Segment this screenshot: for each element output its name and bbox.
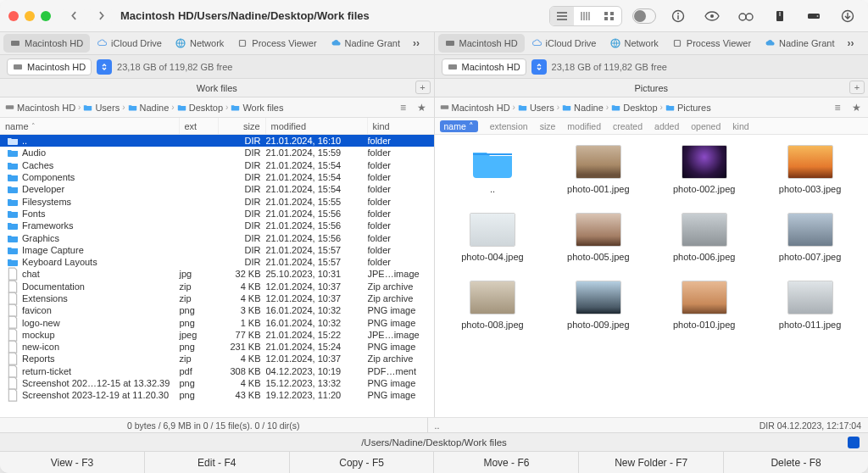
list-row[interactable]: GraphicsDIR21.01.2024, 15:56folder bbox=[0, 231, 434, 243]
shortcut-item[interactable]: Macintosh HD bbox=[3, 34, 90, 53]
list-row[interactable]: mockupjpeg77 KB21.01.2024, 15:22JPE…imag… bbox=[0, 329, 434, 341]
grid-header-item[interactable]: modified bbox=[567, 121, 601, 131]
command-button[interactable]: Delete - F8 bbox=[723, 452, 868, 473]
grid-item-up[interactable]: .. bbox=[443, 145, 542, 194]
breadcrumb-item[interactable]: Pictures bbox=[665, 103, 711, 113]
add-tab-left[interactable]: + bbox=[415, 81, 431, 94]
drive-selector-left[interactable]: Macintosh HD bbox=[7, 58, 92, 75]
list-row[interactable]: faviconpng3 KB16.01.2024, 10:32PNG image bbox=[0, 304, 434, 316]
add-tab-right[interactable]: + bbox=[849, 81, 865, 94]
command-button[interactable]: View - F3 bbox=[0, 452, 144, 473]
path-bar[interactable]: /Users/Nadine/Desktop/Work files bbox=[0, 432, 868, 451]
col-header-size[interactable]: size bbox=[219, 118, 266, 134]
shortcuts-more[interactable]: ›› bbox=[407, 37, 426, 49]
breadcrumb-item[interactable]: Macintosh HD bbox=[5, 103, 75, 113]
list-row[interactable]: FilesystemsDIR21.01.2024, 15:55folder bbox=[0, 195, 434, 207]
view-columns-button[interactable] bbox=[574, 7, 598, 25]
nav-forward-button[interactable] bbox=[90, 6, 112, 26]
quicklook-button[interactable] bbox=[700, 7, 724, 25]
shortcuts-more[interactable]: ›› bbox=[842, 37, 860, 49]
shortcut-item[interactable]: Process Viewer bbox=[231, 34, 323, 53]
drive-selector-right[interactable]: Macintosh HD bbox=[442, 58, 526, 75]
search-button[interactable] bbox=[734, 7, 758, 25]
toggle-switch[interactable] bbox=[632, 7, 656, 25]
grid-header-item[interactable]: name ˄ bbox=[440, 120, 478, 132]
grid-item[interactable]: photo-010.jpeg bbox=[654, 281, 754, 330]
grid-item[interactable]: photo-007.jpeg bbox=[760, 213, 860, 262]
list-row[interactable]: AudioDIR21.01.2024, 15:59folder bbox=[0, 147, 434, 159]
grid-item[interactable]: photo-009.jpeg bbox=[548, 281, 648, 330]
col-header-modified[interactable]: modified bbox=[266, 118, 368, 134]
favorite-button[interactable]: ★ bbox=[849, 101, 863, 114]
shortcut-item[interactable]: Nadine Grant bbox=[324, 34, 407, 53]
col-header-ext[interactable]: ext bbox=[180, 118, 219, 134]
command-button[interactable]: Copy - F5 bbox=[289, 452, 434, 473]
list-row[interactable]: return-ticketpdf308 KB04.12.2023, 10:19P… bbox=[0, 365, 434, 377]
history-button[interactable]: ≡ bbox=[397, 101, 410, 114]
grid-item[interactable]: photo-005.jpeg bbox=[548, 213, 648, 262]
grid-item[interactable]: photo-004.jpeg bbox=[443, 213, 542, 262]
grid-item[interactable]: photo-011.jpeg bbox=[760, 281, 860, 330]
view-grid-button[interactable] bbox=[598, 7, 621, 25]
breadcrumb-item[interactable]: Macintosh HD bbox=[440, 103, 510, 113]
info-button[interactable] bbox=[666, 7, 690, 25]
list-body[interactable]: ..DIR21.01.2024, 16:10folderAudioDIR21.0… bbox=[0, 135, 434, 417]
grid-header-item[interactable]: size bbox=[540, 121, 556, 131]
breadcrumb-item[interactable]: Users bbox=[518, 103, 554, 113]
download-button[interactable] bbox=[836, 7, 860, 25]
nav-back-button[interactable] bbox=[63, 6, 85, 26]
breadcrumb-item[interactable]: Desktop bbox=[611, 103, 657, 113]
grid-header-item[interactable]: added bbox=[654, 121, 679, 131]
command-button[interactable]: New Folder - F7 bbox=[578, 452, 723, 473]
list-row[interactable]: Keyboard LayoutsDIR21.01.2024, 15:57fold… bbox=[0, 256, 434, 268]
list-row[interactable]: chatjpg32 KB25.10.2023, 10:31JPE…image bbox=[0, 268, 434, 280]
drive-menu-button-left[interactable] bbox=[97, 59, 112, 75]
minimize-button[interactable] bbox=[25, 11, 35, 21]
grid-item[interactable]: photo-003.jpeg bbox=[760, 145, 860, 194]
shortcut-item[interactable]: Network bbox=[169, 34, 231, 53]
grid-item[interactable]: photo-001.jpeg bbox=[548, 145, 648, 194]
grid-item[interactable]: photo-002.jpeg bbox=[654, 145, 754, 194]
list-row[interactable]: Reportszip4 KB12.01.2024, 10:37Zip archi… bbox=[0, 353, 434, 364]
favorite-button[interactable]: ★ bbox=[415, 101, 429, 114]
list-row[interactable]: new-iconpng231 KB21.01.2024, 15:24PNG im… bbox=[0, 341, 434, 353]
shortcut-item[interactable]: iCloud Drive bbox=[90, 34, 169, 53]
list-row[interactable]: CachesDIR21.01.2024, 15:54folder bbox=[0, 159, 434, 171]
list-row[interactable]: DeveloperDIR21.01.2024, 15:54folder bbox=[0, 183, 434, 195]
drive-menu-button-right[interactable] bbox=[531, 59, 547, 75]
grid-item[interactable]: photo-006.jpeg bbox=[654, 213, 754, 262]
breadcrumb-item[interactable]: Desktop bbox=[177, 103, 223, 113]
breadcrumb-item[interactable]: Work files bbox=[231, 103, 283, 113]
list-row[interactable]: FrameworksDIR21.01.2024, 15:56folder bbox=[0, 220, 434, 231]
shortcut-item[interactable]: Nadine Grant bbox=[758, 34, 841, 53]
list-row[interactable]: ..DIR21.01.2024, 16:10folder bbox=[0, 135, 434, 147]
tab-right[interactable]: Pictures + bbox=[434, 79, 869, 97]
shortcut-item[interactable]: Macintosh HD bbox=[438, 34, 525, 53]
col-header-name[interactable]: name˄ bbox=[0, 118, 180, 134]
breadcrumb-item[interactable]: Users bbox=[83, 103, 120, 113]
grid-header-item[interactable]: kind bbox=[732, 121, 748, 131]
history-button[interactable]: ≡ bbox=[831, 101, 844, 114]
list-row[interactable]: FontsDIR21.01.2024, 15:56folder bbox=[0, 208, 434, 220]
breadcrumb-item[interactable]: Nadine bbox=[562, 103, 604, 113]
shortcut-item[interactable]: Process Viewer bbox=[665, 34, 758, 53]
list-row[interactable]: Screenshot 202…12-15 at 13.32.39png4 KB1… bbox=[0, 377, 434, 389]
maximize-button[interactable] bbox=[41, 11, 51, 21]
shortcut-item[interactable]: Network bbox=[604, 34, 665, 53]
grid-item[interactable]: photo-008.jpeg bbox=[443, 281, 542, 330]
list-row[interactable]: Documentationzip4 KB12.01.2024, 10:37Zip… bbox=[0, 281, 434, 292]
grid-header-item[interactable]: created bbox=[613, 121, 643, 131]
list-row[interactable]: Image CaptureDIR21.01.2024, 15:57folder bbox=[0, 244, 434, 256]
disk-button[interactable] bbox=[802, 7, 826, 25]
breadcrumb-item[interactable]: Nadine bbox=[128, 103, 170, 113]
compress-button[interactable] bbox=[768, 7, 792, 25]
shortcut-item[interactable]: iCloud Drive bbox=[525, 34, 604, 53]
col-header-kind[interactable]: kind bbox=[368, 118, 434, 134]
list-row[interactable]: logo-newpng1 KB16.01.2024, 10:32PNG imag… bbox=[0, 316, 434, 328]
view-list-button[interactable] bbox=[550, 7, 574, 25]
list-row[interactable]: Screenshot 2023-12-19 at 11.20.30png43 K… bbox=[0, 389, 434, 401]
grid-header-item[interactable]: opened bbox=[691, 121, 721, 131]
list-row[interactable]: ComponentsDIR21.01.2024, 15:54folder bbox=[0, 171, 434, 183]
command-button[interactable]: Edit - F4 bbox=[144, 452, 289, 473]
tab-left[interactable]: Work files + bbox=[0, 79, 434, 97]
